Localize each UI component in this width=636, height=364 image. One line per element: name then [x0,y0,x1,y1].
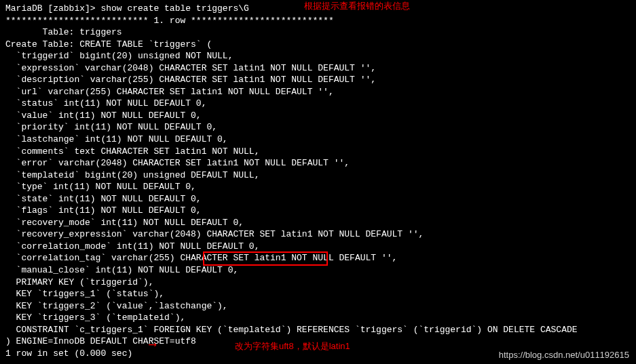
watermark: https://blog.csdn.net/u011192615 [499,349,629,361]
output-line: `url` varchar(255) CHARACTER SET latin1 … [5,86,631,98]
output-line: `priority` int(11) NOT NULL DEFAULT 0, [5,121,631,134]
output-line: KEY `triggers_1` (`status`), [5,288,631,300]
output-line: PRIMARY KEY (`triggerid`), [5,277,631,289]
row-separator: *************************** 1. row *****… [5,15,631,27]
output-line: CONSTRAINT `c_triggers_1` FOREIGN KEY (`… [5,324,631,336]
output-line: `type` int(11) NOT NULL DEFAULT 0, [5,181,631,193]
output-line: `recovery_mode` int(11) NOT NULL DEFAULT… [5,217,631,229]
output-line: `value` int(11) NOT NULL DEFAULT 0, [5,110,631,122]
arrow-icon: ⟶ [149,340,156,350]
output-line: `templateid` bigint(20) unsigned DEFAULT… [5,169,631,182]
output-line: `description` varchar(255) CHARACTER SET… [5,74,631,86]
output-line: `error` varchar(2048) CHARACTER SET lati… [5,157,631,169]
output-line: `recovery_expression` varchar(2048) CHAR… [5,228,631,241]
output-line: `comments` text CHARACTER SET latin1 NOT… [5,146,631,158]
output-line: Create Table: CREATE TABLE `triggers` ( [5,39,631,51]
output-line: KEY `triggers_2` (`value`,`lastchange`), [5,300,631,312]
output-line: `status` int(11) NOT NULL DEFAULT 0, [5,98,631,110]
annotation-top: 根据提示查看报错的表信息 [304,0,410,12]
output-line: `correlation_mode` int(11) NOT NULL DEFA… [5,241,631,253]
annotation-bottom: 改为字符集uft8，默认是latin1 [235,340,350,352]
output-line: KEY `triggers_3` (`templateid`), [5,312,631,324]
output-line: `flags` int(11) NOT NULL DEFAULT 0, [5,205,631,217]
output-line: `triggerid` bigint(20) unsigned NOT NULL… [5,50,631,62]
output-line: Table: triggers [5,26,631,39]
output-line: `correlation_tag` varchar(255) CHARACTER… [5,252,631,264]
output-line: `state` int(11) NOT NULL DEFAULT 0, [5,193,631,205]
output-line: `lastchange` int(11) NOT NULL DEFAULT 0, [5,134,631,146]
output-line: `expression` varchar(2048) CHARACTER SET… [5,62,631,75]
output-line: `manual_close` int(11) NOT NULL DEFAULT … [5,264,631,277]
